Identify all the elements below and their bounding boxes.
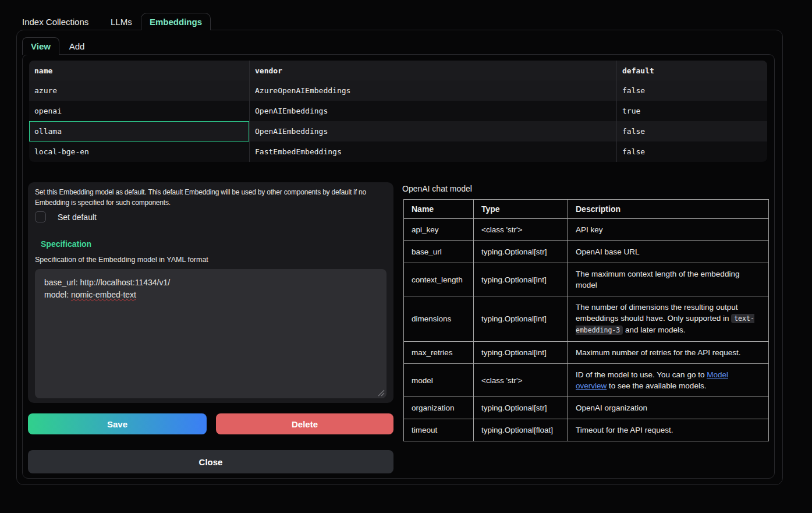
model-info-title: OpenAI chat model bbox=[402, 184, 472, 193]
param-type: typing.Optional[int] bbox=[474, 342, 568, 364]
subtab-view[interactable]: View bbox=[22, 37, 59, 55]
cell-name: azure bbox=[29, 80, 249, 101]
tab-index-collections[interactable]: Index Collections bbox=[22, 17, 88, 27]
model-param-row-context_length: context_lengthtyping.Optional[int]The ma… bbox=[404, 263, 769, 296]
tab-embeddings[interactable]: Embeddings bbox=[141, 13, 211, 30]
close-button[interactable]: Close bbox=[28, 450, 393, 473]
cell-vendor: OpenAIEmbeddings bbox=[249, 121, 616, 141]
cell-name: local-bge-en bbox=[29, 141, 249, 162]
param-description: Timeout for the API request. bbox=[568, 419, 769, 441]
yaml-line-2: model: nomic-embed-text bbox=[44, 289, 377, 301]
param-type: typing.Optional[int] bbox=[474, 296, 568, 342]
inline-code: text-embedding-3 bbox=[576, 314, 754, 335]
param-description: ID of the model to use. You can go to Mo… bbox=[568, 364, 769, 397]
param-name: timeout bbox=[404, 419, 474, 441]
yaml-line-1: base_url: http://localhost:11434/v1/ bbox=[44, 277, 377, 289]
subtab-add[interactable]: Add bbox=[64, 37, 90, 55]
model-param-row-max_retries: max_retriestyping.Optional[int]Maximum n… bbox=[404, 342, 769, 364]
param-name: model bbox=[404, 364, 474, 397]
embeddings-row-azure[interactable]: azureAzureOpenAIEmbeddingsfalse bbox=[29, 80, 767, 101]
specification-heading: Specification bbox=[41, 239, 91, 249]
col-header-default: default bbox=[616, 61, 767, 80]
param-description: API key bbox=[568, 219, 769, 241]
specification-subtitle: Specification of the Embedding model in … bbox=[35, 256, 208, 264]
cell-default: false bbox=[616, 121, 767, 141]
save-button[interactable]: Save bbox=[28, 413, 207, 434]
param-type: <class 'str'> bbox=[474, 364, 568, 397]
param-description: Maximum number of retries for the API re… bbox=[568, 342, 769, 364]
param-type: typing.Optional[str] bbox=[474, 397, 568, 419]
param-name: api_key bbox=[404, 219, 474, 241]
model-info-table: Name Type Description api_key<class 'str… bbox=[403, 199, 769, 441]
model-param-row-model: model<class 'str'>ID of the model to use… bbox=[404, 364, 769, 397]
param-type: typing.Optional[float] bbox=[474, 419, 568, 441]
subtab-view-label: View bbox=[31, 41, 51, 51]
cell-vendor: OpenAIEmbeddings bbox=[249, 101, 616, 121]
param-description: OpenAI base URL bbox=[568, 241, 769, 263]
cell-name: ollama bbox=[29, 121, 249, 141]
resize-grip-icon[interactable] bbox=[378, 390, 385, 397]
model-param-row-api_key: api_key<class 'str'>API key bbox=[404, 219, 769, 241]
param-type: typing.Optional[str] bbox=[474, 241, 568, 263]
model-param-row-timeout: timeouttyping.Optional[float]Timeout for… bbox=[404, 419, 769, 441]
model-param-row-dimensions: dimensionstyping.Optional[int]The number… bbox=[404, 296, 769, 342]
set-default-label: Set default bbox=[58, 213, 97, 222]
cell-name: openai bbox=[29, 101, 249, 121]
cell-vendor: AzureOpenAIEmbeddings bbox=[249, 80, 616, 101]
cell-default: true bbox=[616, 101, 767, 121]
default-description: Set this Embedding model as default. Thi… bbox=[35, 187, 389, 208]
model-table-header: Name Type Description bbox=[404, 200, 769, 219]
col-header-name: Name bbox=[404, 200, 474, 219]
set-default-checkbox[interactable] bbox=[35, 211, 46, 222]
tab-embeddings-label: Embeddings bbox=[150, 17, 202, 27]
param-type: <class 'str'> bbox=[474, 219, 568, 241]
cell-default: false bbox=[616, 80, 767, 101]
param-type: typing.Optional[int] bbox=[474, 263, 568, 296]
col-header-type: Type bbox=[474, 200, 568, 219]
embeddings-row-local-bge-en[interactable]: local-bge-enFastEmbedEmbeddingsfalse bbox=[29, 141, 767, 162]
tab-llms[interactable]: LLMs bbox=[111, 17, 132, 27]
model-overview-link[interactable]: Model overview bbox=[576, 370, 728, 390]
embeddings-table-header: name vendor default bbox=[29, 61, 767, 80]
model-param-row-organization: organizationtyping.Optional[str]OpenAI o… bbox=[404, 397, 769, 419]
param-name: context_length bbox=[404, 263, 474, 296]
embeddings-row-openai[interactable]: openaiOpenAIEmbeddingstrue bbox=[29, 101, 767, 121]
col-header-vendor: vendor bbox=[249, 61, 616, 80]
param-description: The number of dimensions the resulting o… bbox=[568, 296, 769, 342]
embeddings-row-ollama[interactable]: ollamaOpenAIEmbeddingsfalse bbox=[29, 121, 767, 141]
param-name: organization bbox=[404, 397, 474, 419]
cell-vendor: FastEmbedEmbeddings bbox=[249, 141, 616, 162]
param-name: dimensions bbox=[404, 296, 474, 342]
param-description: The maximum context length of the embedd… bbox=[568, 263, 769, 296]
param-name: max_retries bbox=[404, 342, 474, 364]
delete-button[interactable]: Delete bbox=[216, 413, 393, 434]
col-header-name: name bbox=[29, 61, 249, 80]
cell-default: false bbox=[616, 141, 767, 162]
yaml-spec-textarea[interactable]: base_url: http://localhost:11434/v1/ mod… bbox=[35, 269, 387, 398]
param-name: base_url bbox=[404, 241, 474, 263]
embeddings-table: name vendor default azureAzureOpenAIEmbe… bbox=[29, 61, 767, 162]
param-description: OpenAI organization bbox=[568, 397, 769, 419]
model-param-row-base_url: base_urltyping.Optional[str]OpenAI base … bbox=[404, 241, 769, 263]
col-header-description: Description bbox=[568, 200, 769, 219]
